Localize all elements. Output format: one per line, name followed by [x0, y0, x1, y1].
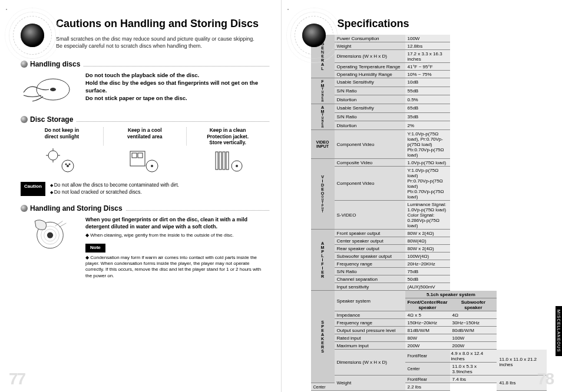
- bullet-icon: [21, 205, 28, 212]
- storage-illustrations: [21, 148, 269, 176]
- clean-bold-text: When you get fingerprints or dirt on the…: [85, 216, 269, 230]
- svg-point-8: [67, 165, 69, 167]
- left-title: Cautions on Handling and Storing Discs: [56, 18, 269, 30]
- right-title: Specifications: [338, 18, 551, 30]
- caution-label: Caution: [21, 182, 45, 196]
- svg-point-23: [47, 232, 53, 238]
- right-page: Specifications GENERALPower Consumption1…: [282, 0, 563, 392]
- svg-rect-13: [138, 153, 143, 158]
- wiping-disc-illustration: [21, 216, 80, 251]
- caution-list: Do not allow the discs to become contami…: [50, 182, 179, 196]
- handling-section: Handling discs Do not touch the playback…: [21, 60, 269, 107]
- clean-section: Handling and Storing Discs When you get …: [21, 204, 269, 279]
- page-number-right: 78: [537, 370, 553, 388]
- left-intro: Small scratches on the disc may reduce s…: [56, 36, 268, 49]
- svg-point-1: [50, 88, 56, 91]
- hand-holding-disc-illustration: [21, 72, 80, 107]
- left-page: Cautions on Handling and Storing Discs S…: [0, 0, 282, 392]
- svg-rect-17: [219, 152, 222, 170]
- side-tab-miscellaneous: MISCELLANEOUS: [556, 306, 562, 356]
- svg-point-2: [48, 151, 58, 160]
- caution-row: Caution Do not allow the discs to become…: [21, 182, 269, 196]
- svg-point-15: [151, 165, 153, 167]
- clean-heading: Handling and Storing Discs: [30, 204, 123, 212]
- svg-rect-16: [216, 152, 218, 170]
- handling-text-block: Do not touch the playback side of the di…: [85, 72, 269, 107]
- bullet-icon: [21, 116, 28, 123]
- svg-point-21: [236, 165, 238, 167]
- note-text: ◆ Condensation may form if warm air come…: [85, 255, 262, 280]
- decorative-spiral-left: [6, 9, 47, 50]
- svg-line-27: [59, 223, 66, 227]
- note-label: Note: [85, 244, 105, 253]
- svg-rect-18: [223, 152, 225, 170]
- decorative-spiral-right: [287, 9, 329, 50]
- svg-rect-12: [132, 153, 137, 158]
- storage-heading: Disc Storage: [30, 115, 73, 124]
- page-number-left: 77: [9, 370, 25, 388]
- clean-bullet: ◆ When cleaning, wipe gently from the in…: [85, 232, 269, 239]
- svg-point-9: [65, 164, 67, 165]
- storage-section: Disc Storage Do not keep indirect sunlig…: [21, 115, 269, 195]
- spec-table: GENERALPower Consumption100WWeight12.8lb…: [311, 35, 547, 391]
- svg-point-10: [69, 164, 71, 165]
- svg-rect-19: [226, 152, 229, 170]
